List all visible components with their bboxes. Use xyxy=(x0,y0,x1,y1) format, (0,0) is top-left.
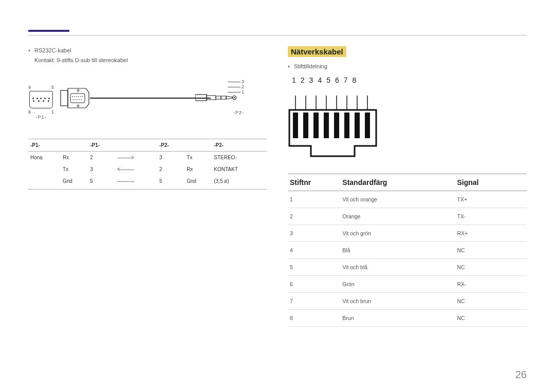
rj45-pin-number: 1 xyxy=(292,76,296,84)
table-cell: Gnd xyxy=(61,175,88,190)
net-tbody: 1Vit och orangeTX+2OrangeTX-3Vit och grö… xyxy=(288,191,527,326)
table-row: 1Vit och orangeTX+ xyxy=(288,191,527,208)
table-cell: 2 xyxy=(157,163,184,175)
svg-rect-26 xyxy=(334,113,339,138)
plug-label: -P2- xyxy=(233,110,244,115)
rs-h6: -P2- xyxy=(212,139,267,152)
table-cell: Orange xyxy=(340,208,455,225)
svg-rect-22 xyxy=(293,113,298,138)
table-cell: Blå xyxy=(340,241,455,258)
table-cell: KONTAKT xyxy=(212,163,267,175)
svg-rect-0 xyxy=(61,90,68,106)
dsub-connector-icon xyxy=(60,86,91,110)
rj45-pin-number: 3 xyxy=(309,76,313,84)
table-cell: 4 xyxy=(288,241,340,258)
table-cell: 5 xyxy=(157,175,184,190)
page-number: 26 xyxy=(515,369,527,381)
rj45-pin-number: 2 xyxy=(301,76,305,84)
table-row: 2OrangeTX- xyxy=(288,208,527,225)
dsub-pin-br: 1 xyxy=(51,109,54,115)
svg-rect-24 xyxy=(313,113,319,138)
rs-h2: -P1- xyxy=(88,139,115,152)
svg-rect-23 xyxy=(303,113,308,138)
table-cell: 6 xyxy=(288,275,340,292)
net-h1: Standardfärg xyxy=(340,174,455,191)
table-cell: Brun xyxy=(340,309,455,326)
table-row: 5Vit och blåNC xyxy=(288,258,527,275)
left-cable-title: RS232C-kabel xyxy=(28,46,267,55)
table-row: Gnd5----------5Gnd(3,5 ø) xyxy=(28,175,267,190)
table-cell: 3 xyxy=(157,152,184,164)
table-cell: NC xyxy=(455,241,527,258)
dsub-pin-tl: 9 xyxy=(28,85,31,90)
table-cell: Gnd xyxy=(184,175,212,190)
rs232-table: -P1- -P1- -P2- -P2- HonaRx2-------->3TxS… xyxy=(28,139,267,190)
table-cell: Vit och blå xyxy=(340,258,455,275)
table-cell: NC xyxy=(455,258,527,275)
dsub-label: -P1- xyxy=(28,115,54,120)
net-h2: Signal xyxy=(455,174,527,191)
table-row: 8BrunNC xyxy=(288,309,527,326)
svg-point-2 xyxy=(77,89,79,91)
svg-rect-29 xyxy=(365,113,370,138)
table-cell: <-------- xyxy=(115,163,157,175)
table-cell: 3 xyxy=(288,225,340,241)
table-cell: 2 xyxy=(88,152,115,164)
dsub-pin-block: 9 5 6 1 -P1- xyxy=(28,85,54,120)
table-row: Tx3<--------2RxKONTAKT xyxy=(28,163,267,175)
table-cell: Tx xyxy=(61,163,88,175)
rs-h1 xyxy=(61,139,88,152)
table-cell: TX+ xyxy=(455,191,527,208)
table-cell: ---------- xyxy=(115,175,157,190)
right-column: Nätverkskabel Stifttilldelning 12345678 xyxy=(288,46,527,327)
cable-line xyxy=(90,98,211,99)
table-cell: 7 xyxy=(288,292,340,309)
table-cell: 5 xyxy=(288,258,340,275)
rs-h5 xyxy=(184,139,212,152)
table-cell: 2 xyxy=(288,208,340,225)
table-row: 3Vit och grönRX+ xyxy=(288,225,527,241)
network-table: Stiftnr Standardfärg Signal 1Vit och ora… xyxy=(288,174,527,327)
rj45-connector-icon xyxy=(288,96,378,164)
table-cell: Rx xyxy=(61,152,88,164)
table-cell: --------> xyxy=(115,152,157,164)
rj45-pin-number: 7 xyxy=(344,76,348,84)
svg-point-13 xyxy=(234,97,235,98)
table-cell: Grön xyxy=(340,275,455,292)
dsub-pin-tr: 5 xyxy=(51,85,54,90)
table-row: 6GrönRX- xyxy=(288,275,527,292)
table-cell: Tx xyxy=(184,152,212,164)
table-cell: RX+ xyxy=(455,225,527,241)
table-cell xyxy=(28,163,61,175)
table-cell: Vit och orange xyxy=(340,191,455,208)
left-cable-subtitle: Kontakt: 9-stifts D-sub till stereokabel xyxy=(28,56,267,65)
table-cell: Rx xyxy=(184,163,212,175)
cable-diagram: 9 5 6 1 -P1- xyxy=(28,72,267,134)
rj45-diagram: 12345678 xyxy=(288,76,380,163)
svg-rect-10 xyxy=(221,96,226,99)
table-cell: Vit och brun xyxy=(340,292,455,309)
rj45-numbers: 12345678 xyxy=(292,76,356,84)
table-cell: RX- xyxy=(455,275,527,292)
svg-rect-27 xyxy=(344,113,349,138)
svg-rect-4 xyxy=(70,94,85,103)
right-bullet: Stifttilldelning xyxy=(288,62,527,71)
plug-n1: 1 xyxy=(242,90,244,95)
table-cell: NC xyxy=(455,309,527,326)
svg-rect-28 xyxy=(355,113,360,138)
table-row: 7Vit och brunNC xyxy=(288,292,527,309)
left-column: RS232C-kabel Kontakt: 9-stifts D-sub til… xyxy=(28,46,267,327)
network-cable-heading: Nätverkskabel xyxy=(288,46,346,57)
table-row: 4BlåNC xyxy=(288,241,527,258)
table-cell: Vit och grön xyxy=(340,225,455,241)
svg-rect-25 xyxy=(324,113,329,138)
table-cell: 1 xyxy=(288,191,340,208)
content-columns: RS232C-kabel Kontakt: 9-stifts D-sub til… xyxy=(28,46,527,327)
table-cell: Hona xyxy=(28,152,61,164)
rj45-pin-number: 5 xyxy=(326,76,330,84)
table-cell: TX- xyxy=(455,208,527,225)
rj45-pin-number: 8 xyxy=(353,76,357,84)
table-row: HonaRx2-------->3TxSTEREO- xyxy=(28,152,267,164)
table-cell: STEREO- xyxy=(212,152,267,164)
header-accent xyxy=(28,30,69,32)
